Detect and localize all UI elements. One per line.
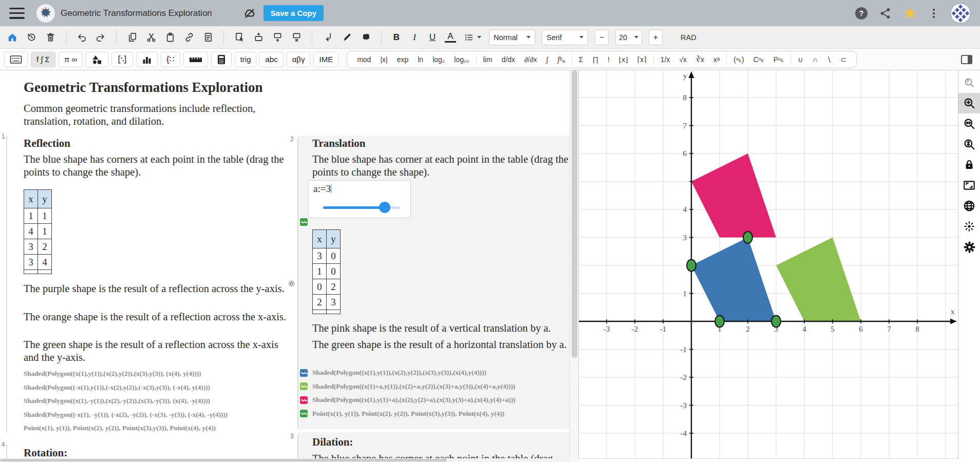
paste-icon[interactable] xyxy=(164,31,176,44)
zoom-in-icon[interactable] xyxy=(958,93,980,113)
cases-button[interactable]: {∷ xyxy=(161,52,180,67)
globe-icon[interactable] xyxy=(958,196,980,216)
share-icon[interactable] xyxy=(879,7,892,20)
math-symbol-button[interactable]: mod xyxy=(352,55,375,64)
math-symbol-button[interactable]: ∩ xyxy=(807,55,822,64)
calculator-button[interactable] xyxy=(211,52,232,67)
matrix-button[interactable] xyxy=(111,52,133,67)
math-symbol-button[interactable]: ∏ xyxy=(588,55,603,64)
list-style-button[interactable] xyxy=(463,31,482,44)
menu-icon[interactable] xyxy=(9,8,25,19)
select-block-icon[interactable] xyxy=(233,31,246,44)
undo-icon[interactable] xyxy=(76,31,88,44)
copy-icon[interactable] xyxy=(126,31,138,44)
insert-line-icon[interactable] xyxy=(322,31,334,44)
math-symbol-button[interactable]: xᵃ xyxy=(709,55,724,64)
table-cell[interactable]: 0 xyxy=(327,248,341,264)
pink-shape[interactable] xyxy=(691,153,776,238)
slider-expression[interactable]: a:=3 xyxy=(313,183,331,195)
visibility-toggle-icon[interactable] xyxy=(300,410,308,417)
table-cell[interactable]: 2 xyxy=(38,239,52,255)
ruler-button[interactable] xyxy=(183,52,208,67)
brightness-icon[interactable] xyxy=(958,216,980,237)
green-shape[interactable] xyxy=(776,238,861,322)
pen-icon[interactable] xyxy=(341,31,353,44)
star-icon[interactable] xyxy=(903,6,917,21)
math-symbol-button[interactable]: ∖ xyxy=(822,55,836,64)
help-icon[interactable]: ? xyxy=(855,7,868,20)
math-symbol-button[interactable]: (ⁿₖ) xyxy=(729,55,748,64)
zoom-history-icon[interactable] xyxy=(958,72,980,93)
font-color-button[interactable]: A xyxy=(445,32,456,43)
visibility-toggle-icon[interactable] xyxy=(300,396,308,404)
formula-line[interactable]: Shaded(Polygon((x(1),y(1)+a),(x(2),y(2)+… xyxy=(300,393,515,407)
table-cell[interactable]: 0 xyxy=(327,264,341,279)
draggable-point[interactable] xyxy=(771,316,781,328)
redo-icon[interactable] xyxy=(95,31,107,44)
math-symbol-button[interactable]: Σ xyxy=(574,55,588,64)
coordinate-plane[interactable]: -3-2-112345678-4-3-2-1134678xy xyxy=(579,70,958,462)
table-cell[interactable]: 1 xyxy=(313,264,327,279)
math-symbol-button[interactable]: ! xyxy=(603,55,614,64)
paragraph-style-select[interactable]: Normal xyxy=(489,30,535,45)
table-cell[interactable]: 3 xyxy=(327,295,341,310)
math-symbol-button[interactable]: |x| xyxy=(375,55,392,64)
math-symbol-button[interactable]: ∛x xyxy=(691,55,709,64)
italic-button[interactable]: I xyxy=(409,32,420,43)
math-symbol-button[interactable]: 1/x xyxy=(656,55,675,64)
math-symbol-button[interactable]: ∂/∂x xyxy=(520,55,542,64)
visibility-toggle-icon[interactable] xyxy=(300,382,308,390)
math-symbol-button[interactable]: ln xyxy=(413,55,428,64)
zoom-vertical-icon[interactable] xyxy=(958,134,980,155)
formula-line[interactable]: Shaded(Polygon((x(1),y(1)),(x(2),y(2)),(… xyxy=(300,366,515,380)
add-block-above-icon[interactable] xyxy=(252,31,265,44)
formula-line[interactable]: Shaded(Polygon((x(1)+a,y(1)),(x(2)+a,y(2… xyxy=(300,380,515,394)
draggable-point[interactable] xyxy=(715,316,724,328)
history-icon[interactable] xyxy=(25,31,37,44)
math-symbol-button[interactable]: log₁₀ xyxy=(449,55,474,64)
functions-button[interactable]: f ∫ Σ xyxy=(31,52,55,67)
kebab-menu-icon[interactable] xyxy=(929,7,939,20)
table-cell[interactable]: 4 xyxy=(24,224,38,239)
math-symbol-button[interactable]: ∫ᵇₐ xyxy=(553,55,569,64)
math-symbol-button[interactable]: ⌈x⌉ xyxy=(633,55,651,64)
math-symbol-button[interactable]: ⊂ xyxy=(836,55,851,64)
visibility-toggle-icon[interactable] xyxy=(300,369,308,377)
table-cell[interactable]: 3 xyxy=(24,255,38,270)
math-symbol-button[interactable]: √x xyxy=(674,55,691,64)
slider-track[interactable] xyxy=(323,206,400,209)
formula-line[interactable]: Shaded(Polygon((x(1),y(1)),(x(2),y(2)),(… xyxy=(24,367,228,381)
math-symbol-button[interactable]: ∫ xyxy=(542,55,553,64)
abc-button[interactable]: abc xyxy=(259,52,283,67)
font-size-select[interactable]: 20 xyxy=(615,30,642,45)
cut-icon[interactable] xyxy=(145,31,157,44)
shapes-button[interactable] xyxy=(86,52,108,67)
app-logo[interactable] xyxy=(36,4,55,23)
font-size-decrease-button[interactable]: − xyxy=(595,30,609,45)
underline-button[interactable]: U xyxy=(427,32,438,43)
formula-line[interactable]: Shaded(Polygon((-x(1), -y(1)), (-x(2), -… xyxy=(24,408,228,422)
math-symbol-button[interactable]: Pⁿₖ xyxy=(769,55,788,64)
horizontal-scrollbar[interactable] xyxy=(0,458,570,462)
angle-unit-button[interactable]: RAD xyxy=(681,33,696,42)
math-symbol-button[interactable]: log₂ xyxy=(428,55,449,64)
trash-icon[interactable] xyxy=(44,31,56,44)
font-family-select[interactable]: Serif xyxy=(542,30,588,45)
math-symbol-button[interactable]: ∪ xyxy=(793,55,807,64)
add-block-below-icon[interactable] xyxy=(271,31,284,44)
avatar[interactable] xyxy=(950,3,971,24)
scrollbar-thumb[interactable] xyxy=(572,70,577,358)
table-cell[interactable]: 1 xyxy=(38,224,52,239)
lock-icon[interactable] xyxy=(958,155,980,175)
ime-button[interactable]: IME xyxy=(313,52,338,67)
table-cell[interactable]: 1 xyxy=(38,208,52,224)
chart-button[interactable] xyxy=(136,52,158,67)
ink-blob-icon[interactable] xyxy=(360,31,372,44)
trig-button[interactable]: trig xyxy=(235,52,257,67)
math-symbol-button[interactable]: ⌊x⌋ xyxy=(614,55,633,64)
home-button[interactable] xyxy=(6,31,18,44)
visibility-toggle-icon[interactable] xyxy=(300,218,308,228)
greek-button[interactable]: αβγ xyxy=(287,52,311,67)
paste-special-icon[interactable] xyxy=(202,31,214,44)
table-cell[interactable]: 4 xyxy=(38,255,52,270)
